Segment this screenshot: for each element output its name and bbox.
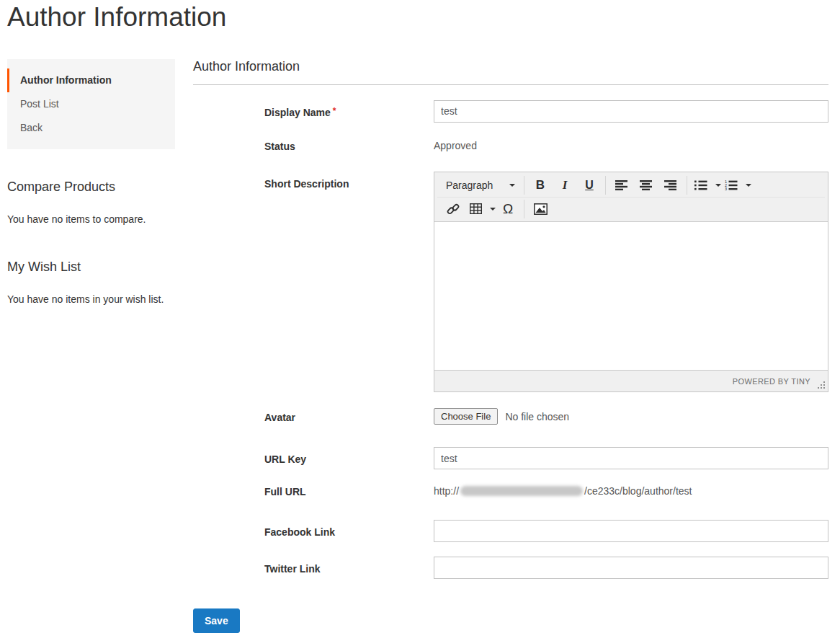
sidebar-nav: Author Information Post List Back <box>7 59 175 149</box>
chevron-down-icon <box>490 208 496 211</box>
twitter-link-label: Twitter Link <box>264 557 434 575</box>
page: Author Information Author Information Po… <box>0 0 840 633</box>
align-right-button[interactable] <box>658 176 683 195</box>
display-name-label: Display Name* <box>264 100 434 119</box>
file-chosen-status: No file chosen <box>505 411 569 422</box>
sidebar-item-back[interactable]: Back <box>7 116 175 140</box>
wishlist-title: My Wish List <box>7 260 175 275</box>
compare-products-title: Compare Products <box>7 180 175 195</box>
avatar-label: Avatar <box>264 405 434 424</box>
editor-content-area[interactable] <box>434 222 828 370</box>
table-button[interactable] <box>465 200 486 218</box>
status-value: Approved <box>434 134 828 151</box>
sidebar-item-author-information[interactable]: Author Information <box>7 68 175 92</box>
full-url-value: http:///ce233c/blog/author/test <box>434 479 828 497</box>
align-left-button[interactable] <box>609 176 634 195</box>
redacted-url-segment <box>460 486 583 496</box>
section-title: Author Information <box>193 59 828 85</box>
format-select[interactable]: Paragraph <box>441 176 520 195</box>
full-url-suffix: /ce233c/blog/author/test <box>584 485 692 497</box>
chevron-down-icon <box>746 184 751 187</box>
powered-by-tiny-label: POWERED BY TINY <box>733 377 810 386</box>
insert-link-button[interactable] <box>441 200 465 218</box>
bullet-list-icon <box>694 180 707 190</box>
wishlist-block: My Wish List You have no items in your w… <box>7 260 175 305</box>
rich-text-editor: Paragraph B I U <box>434 172 828 392</box>
facebook-link-row: Facebook Link <box>193 520 828 542</box>
insert-image-button[interactable] <box>528 200 553 218</box>
status-row: Status Approved <box>193 134 828 153</box>
image-icon <box>534 203 548 215</box>
required-asterisk: * <box>333 106 336 116</box>
page-title: Author Information <box>7 0 828 33</box>
short-description-label: Short Description <box>264 172 434 190</box>
main-content: Author Information Display Name* Status … <box>193 59 828 633</box>
facebook-link-label: Facebook Link <box>264 520 434 539</box>
special-character-button[interactable]: Ω <box>496 200 520 218</box>
chevron-down-icon <box>509 184 515 187</box>
bold-icon: B <box>536 178 545 192</box>
choose-file-button[interactable]: Choose File <box>434 408 498 425</box>
svg-text:3: 3 <box>725 187 727 190</box>
chevron-down-icon <box>715 184 721 187</box>
compare-products-empty-text: You have no items to compare. <box>7 213 175 225</box>
url-key-label: URL Key <box>264 447 434 466</box>
avatar-row: Avatar Choose File No file chosen <box>193 405 828 425</box>
url-key-input[interactable] <box>434 447 828 469</box>
left-sidebar: Author Information Post List Back Compar… <box>7 59 175 304</box>
italic-button[interactable]: I <box>553 176 577 195</box>
wishlist-empty-text: You have no items in your wish list. <box>7 293 175 305</box>
align-center-button[interactable] <box>634 176 658 195</box>
sidebar-item-post-list[interactable]: Post List <box>7 92 175 116</box>
italic-icon: I <box>563 178 568 192</box>
underline-icon: U <box>585 179 594 192</box>
editor-toolbar: Paragraph B I U <box>434 172 828 222</box>
full-url-label: Full URL <box>264 479 434 498</box>
link-icon <box>447 203 460 216</box>
save-button[interactable]: Save <box>193 608 240 633</box>
table-icon <box>470 203 482 214</box>
compare-products-block: Compare Products You have no items to co… <box>7 180 175 225</box>
short-description-row: Short Description Paragraph <box>193 172 828 392</box>
align-right-icon <box>664 180 677 190</box>
twitter-link-input[interactable] <box>434 557 828 579</box>
url-key-row: URL Key <box>193 447 828 469</box>
display-name-row: Display Name* <box>193 100 828 123</box>
align-left-icon <box>615 180 628 190</box>
status-label: Status <box>264 134 434 153</box>
resize-handle[interactable] <box>823 387 825 389</box>
format-select-value: Paragraph <box>446 180 493 191</box>
editor-statusbar: POWERED BY TINY <box>434 370 828 391</box>
display-name-input[interactable] <box>434 100 828 123</box>
bold-button[interactable]: B <box>528 176 553 195</box>
align-center-icon <box>640 180 653 190</box>
numbered-list-dropdown[interactable] <box>741 176 751 195</box>
author-form: Display Name* Status Approved Short Desc… <box>193 100 828 579</box>
omega-icon: Ω <box>503 201 513 217</box>
layout-columns: Author Information Post List Back Compar… <box>7 59 828 633</box>
twitter-link-row: Twitter Link <box>193 557 828 579</box>
facebook-link-input[interactable] <box>434 520 828 542</box>
numbered-list-button[interactable]: 123 <box>721 176 741 195</box>
underline-button[interactable]: U <box>577 176 602 195</box>
form-actions: Save <box>193 608 828 633</box>
table-dropdown[interactable] <box>486 200 496 218</box>
bullet-list-button[interactable] <box>691 176 711 195</box>
full-url-row: Full URL http:///ce233c/blog/author/test <box>193 479 828 498</box>
full-url-prefix: http:// <box>434 485 459 497</box>
bullet-list-dropdown[interactable] <box>711 176 721 195</box>
numbered-list-icon: 123 <box>725 180 738 190</box>
